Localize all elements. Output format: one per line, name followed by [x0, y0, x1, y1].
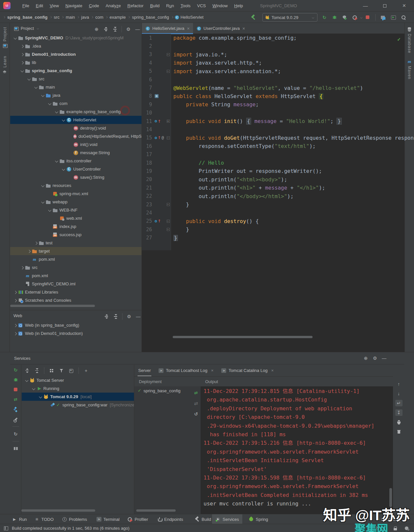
chevron-down-icon[interactable] — [54, 109, 59, 114]
web-class-gutter-icon[interactable] — [155, 94, 159, 98]
profiler-button[interactable] — [352, 15, 358, 20]
fold-collapse-icon[interactable]: − — [167, 228, 170, 231]
menu-refactor[interactable]: Refactor — [124, 3, 147, 8]
project-item-test[interactable]: test — [10, 239, 142, 247]
code-line-8[interactable]: 8public class HelloServlet extends HttpS… — [142, 92, 404, 100]
inspections-ok-icon[interactable]: ✓ — [396, 37, 402, 42]
project-item-web-xml[interactable]: web.xml — [10, 214, 142, 222]
wrench-icon[interactable] — [13, 417, 18, 422]
close-tab-icon[interactable]: × — [211, 368, 214, 373]
project-item-helloservlet[interactable]: CHelloServlet — [10, 116, 142, 124]
toolwindow-button-services[interactable]: Services — [212, 514, 242, 524]
chevron-right-icon[interactable] — [20, 60, 25, 65]
toolwindow-button-terminal[interactable]: >Terminal — [97, 514, 120, 524]
debug-button[interactable] — [332, 15, 337, 20]
project-item-src[interactable]: src — [10, 75, 142, 83]
web-item-web-in-spring-base-config[interactable]: Web (in spring_base_config) — [10, 321, 142, 329]
run-anything-icon[interactable] — [391, 15, 396, 20]
project-structure-icon[interactable] — [381, 15, 386, 20]
chevron-down-icon[interactable] — [40, 93, 46, 98]
breadcrumb-item[interactable]: java — [80, 15, 90, 20]
close-tab-icon[interactable]: × — [271, 368, 274, 373]
menu-file[interactable]: File — [19, 3, 33, 8]
close-tab-icon[interactable]: × — [187, 26, 190, 31]
code-line-22[interactable]: 22 out.println("</body></html>"); — [142, 192, 404, 200]
service-item-tomcat-9-0-29[interactable]: Tomcat 9.0.29[local] — [22, 393, 134, 401]
chevron-down-icon[interactable] — [54, 158, 59, 164]
stop-icon[interactable] — [13, 387, 18, 392]
project-item-init-void[interactable]: minit():void — [10, 140, 142, 149]
project-item-target[interactable]: target — [10, 247, 142, 255]
chevron-down-icon[interactable] — [24, 378, 30, 383]
chevron-down-icon[interactable] — [47, 101, 53, 106]
fold-collapse-icon[interactable]: − — [167, 70, 170, 73]
override-gutter-icon[interactable] — [155, 220, 157, 222]
override-gutter-icon[interactable] — [155, 137, 157, 139]
code-line-17[interactable]: 17 — [142, 150, 404, 158]
project-item-idea[interactable]: .idea — [10, 42, 142, 50]
chevron-right-icon[interactable] — [33, 240, 39, 246]
code-line-4[interactable]: 4import javax.servlet.http.*; — [142, 59, 404, 67]
deployment-scrollbar[interactable] — [136, 509, 176, 512]
project-item-web-inf[interactable]: WEB-INF — [10, 206, 142, 214]
project-item-usercontroller[interactable]: CUserController — [10, 165, 142, 173]
project-item-success-jsp[interactable]: success.jsp — [10, 231, 142, 239]
add-service-icon[interactable] — [69, 368, 74, 373]
refresh-icon[interactable]: ↻ — [13, 431, 18, 437]
expand-all-icon[interactable] — [104, 314, 109, 319]
chevron-right-icon[interactable] — [13, 323, 18, 328]
menu-run[interactable]: Run — [163, 3, 177, 8]
lock-icon[interactable] — [393, 526, 398, 531]
run-config-select[interactable]: Tomcat 9.0.29 — [262, 13, 317, 22]
search-everywhere-icon[interactable] — [401, 15, 406, 20]
project-item-spring-base-config[interactable]: spring_base_config — [10, 67, 142, 75]
project-item-index-jsp[interactable]: index.jsp — [10, 222, 142, 231]
menu-build[interactable]: Build — [147, 3, 163, 8]
swap-icon[interactable]: ⇄ — [193, 401, 199, 406]
sidebar-item-maven[interactable]: mMaven — [405, 59, 414, 79]
chevron-down-icon[interactable] — [37, 27, 39, 30]
sidebar-item-database[interactable]: Database — [405, 27, 414, 53]
code-line-3[interactable]: 3−import java.io.*; — [142, 51, 404, 59]
sidebar-item-project[interactable]: Project — [0, 27, 10, 48]
fold-collapse-icon[interactable]: − — [167, 220, 170, 223]
project-item-pom-xml[interactable]: mpom.xml — [10, 255, 142, 263]
override-gutter-icon[interactable] — [155, 120, 157, 122]
code-line-1[interactable]: 1package com.example.spring_base_config; — [142, 34, 404, 42]
project-item-main[interactable]: main — [10, 83, 142, 91]
code-line-5[interactable]: 5−import javax.servlet.annotation.*; — [142, 67, 404, 75]
chevron-down-icon[interactable] — [13, 35, 18, 41]
notifications-icon[interactable] — [404, 526, 410, 531]
project-item-springmvc-demo[interactable]: SpringMVC_DEMOD:\Java_study\project\Spri… — [10, 34, 142, 42]
code-line-15[interactable]: 15↑@− public void doGet(HttpServletReque… — [142, 134, 404, 142]
chevron-down-icon[interactable] — [47, 208, 53, 213]
fold-collapse-icon[interactable]: − — [167, 203, 170, 206]
chevron-right-icon[interactable] — [20, 44, 25, 49]
menu-vcs[interactable]: VCS — [194, 3, 209, 8]
project-item-pom-xml[interactable]: mpom.xml — [10, 272, 142, 280]
minimize-button[interactable]: — — [358, 0, 373, 11]
project-item-itss-controller[interactable]: itss.controller — [10, 157, 142, 165]
locate-icon[interactable]: ⊕ — [94, 27, 99, 32]
chevron-down-icon[interactable] — [40, 199, 46, 205]
collapse-all-icon[interactable] — [113, 314, 118, 319]
toolwindow-button-todo[interactable]: ≡TODO — [34, 514, 54, 524]
project-item-webapp[interactable]: webapp — [10, 198, 142, 206]
toolwindow-button-spring[interactable]: Spring — [249, 514, 268, 524]
service-item-tomcat-server[interactable]: Tomcat Server — [22, 376, 134, 384]
collapse-all-icon[interactable] — [112, 27, 118, 32]
code-line-9[interactable]: 9 private String message; — [142, 100, 404, 109]
code-line-14[interactable]: 14 — [142, 125, 404, 133]
breadcrumb-item[interactable]: main — [65, 15, 76, 20]
code-line-20[interactable]: 20 out.println("<html><body>"); — [142, 175, 404, 184]
gear-icon[interactable]: ⚙ — [372, 356, 378, 361]
project-item-destroy-void[interactable]: mdestroy():void — [10, 124, 142, 132]
project-item-lib[interactable]: lib — [10, 58, 142, 67]
soft-wrap-toggle[interactable]: ↵ — [395, 400, 403, 406]
print-icon[interactable] — [396, 419, 402, 425]
code-line-6[interactable]: 6 — [142, 75, 404, 84]
breadcrumb-item[interactable]: spring_base_config — [131, 15, 170, 20]
service-item-spring-base-config-war[interactable]: ✓spring_base_config:war[Synchronized] — [22, 401, 134, 409]
sidebar-item-learn[interactable]: Learn — [0, 56, 10, 74]
menu-navigate[interactable]: Navigate — [62, 3, 85, 8]
